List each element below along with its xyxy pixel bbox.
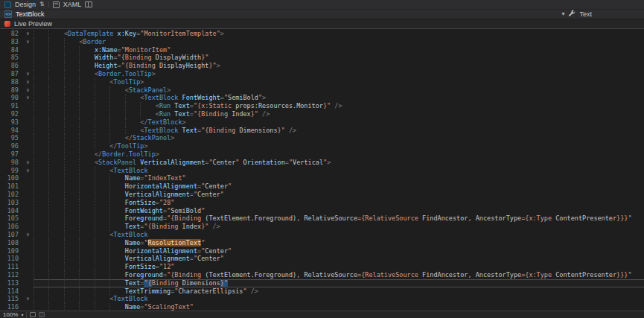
status-separator bbox=[26, 312, 27, 318]
code-line-91[interactable]: 91<Run Text="{x:Static props:Resources.M… bbox=[0, 102, 644, 110]
code-line-94[interactable]: 94<TextBlock Text="{Binding Dimensions}"… bbox=[0, 127, 644, 135]
fold-chevron-icon[interactable]: ∨ bbox=[22, 94, 34, 102]
code-line-111[interactable]: 111FontSize="12" bbox=[0, 263, 644, 271]
line-number[interactable]: 115 bbox=[0, 295, 22, 303]
status-icon-1[interactable] bbox=[30, 312, 36, 317]
line-number[interactable]: 89 bbox=[0, 86, 22, 95]
code-line-86[interactable]: 86Height="{Binding DisplayHeight}"> bbox=[0, 62, 644, 70]
fold-chevron-icon[interactable]: ∨ bbox=[22, 30, 34, 38]
code-line-116[interactable]: 116Name="ScalingText" bbox=[0, 303, 644, 311]
fold-chevron-icon[interactable]: ∨ bbox=[22, 231, 34, 239]
indent-guide bbox=[64, 127, 79, 135]
code-line-110[interactable]: 110VerticalAlignment="Center" bbox=[0, 255, 644, 263]
line-number[interactable]: 98 bbox=[0, 159, 22, 167]
code-line-103[interactable]: 103FontSize="28" bbox=[0, 199, 644, 207]
line-number[interactable]: 114 bbox=[0, 287, 22, 296]
xaml-tab-label[interactable]: XAML bbox=[63, 1, 82, 8]
indent-guide bbox=[140, 102, 155, 110]
line-number[interactable]: 82 bbox=[0, 30, 22, 38]
line-number[interactable]: 104 bbox=[0, 207, 22, 215]
code-line-content: <Run Text="{Binding Index}" /> bbox=[34, 110, 644, 118]
code-line-84[interactable]: 84x:Name="MonitorItem" bbox=[0, 46, 644, 54]
line-number[interactable]: 93 bbox=[0, 118, 22, 127]
split-pane-icon[interactable] bbox=[85, 1, 92, 7]
line-number[interactable]: 90 bbox=[0, 94, 22, 102]
code-line-99[interactable]: 99∨<TextBlock bbox=[0, 167, 644, 175]
code-editor[interactable]: 82∨<DataTemplate x:Key="MonitorItemTempl… bbox=[0, 29, 644, 311]
line-number[interactable]: 112 bbox=[0, 271, 22, 279]
fold-chevron-icon[interactable]: ∨ bbox=[22, 70, 34, 78]
fold-chevron-icon[interactable]: ∨ bbox=[22, 38, 34, 46]
code-line-106[interactable]: 106Text="{Binding Index}" /> bbox=[0, 223, 644, 231]
fold-chevron-icon[interactable]: ∨ bbox=[22, 86, 34, 95]
line-number[interactable]: 96 bbox=[0, 142, 22, 150]
line-number[interactable]: 99 bbox=[0, 167, 22, 175]
code-line-112[interactable]: 112Foreground="{Binding (TextElement.For… bbox=[0, 271, 644, 279]
code-line-93[interactable]: 93</TextBlock> bbox=[0, 118, 644, 127]
line-number[interactable]: 107 bbox=[0, 231, 22, 239]
indent-guide bbox=[34, 38, 48, 46]
chevron-down-icon[interactable]: ▾ bbox=[561, 11, 564, 17]
indent-guide bbox=[64, 62, 79, 70]
code-line-98[interactable]: 98∨<StackPanel VerticalAlignment="Center… bbox=[0, 159, 644, 167]
code-line-89[interactable]: 89∨<StackPanel> bbox=[0, 86, 644, 95]
code-line-content: <Run Text="{x:Static props:Resources.Mon… bbox=[34, 102, 644, 110]
design-tab-label[interactable]: Design bbox=[15, 1, 36, 8]
code-line-104[interactable]: 104FontWeight="SemiBold" bbox=[0, 207, 644, 215]
swap-panes-icon[interactable]: ⇅ bbox=[39, 1, 45, 7]
code-line-87[interactable]: 87∨<Border.ToolTip> bbox=[0, 70, 644, 78]
code-line-102[interactable]: 102VerticalAlignment="Center" bbox=[0, 191, 644, 199]
line-number[interactable]: 100 bbox=[0, 174, 22, 182]
line-number[interactable]: 110 bbox=[0, 255, 22, 263]
line-number[interactable]: 101 bbox=[0, 182, 22, 191]
code-line-101[interactable]: 101HorizontalAlignment="Center" bbox=[0, 182, 644, 191]
line-number[interactable]: 105 bbox=[0, 214, 22, 223]
code-line-115[interactable]: 115∨<TextBlock bbox=[0, 295, 644, 303]
code-line-95[interactable]: 95</StackPanel> bbox=[0, 134, 644, 142]
line-number[interactable]: 108 bbox=[0, 239, 22, 247]
live-preview-tab[interactable]: Live Preview bbox=[14, 20, 52, 28]
code-line-105[interactable]: 105Foreground="{Binding (TextElement.For… bbox=[0, 214, 644, 223]
code-line-108[interactable]: 108Name="ResolutionText" bbox=[0, 239, 644, 247]
line-number[interactable]: 83 bbox=[0, 38, 22, 46]
line-number[interactable]: 109 bbox=[0, 247, 22, 255]
line-number[interactable]: 92 bbox=[0, 110, 22, 118]
code-line-90[interactable]: 90∨<TextBlock FontWeight="SemiBold"> bbox=[0, 94, 644, 102]
fold-chevron-icon[interactable]: ∨ bbox=[22, 78, 34, 86]
code-line-114[interactable]: 114TextTrimming="CharacterEllipsis" /> bbox=[0, 287, 644, 296]
code-line-97[interactable]: 97</Border.ToolTip> bbox=[0, 150, 644, 159]
line-number[interactable]: 85 bbox=[0, 54, 22, 62]
fold-chevron-icon[interactable]: ∨ bbox=[22, 295, 34, 303]
code-line-107[interactable]: 107∨<TextBlock bbox=[0, 231, 644, 239]
line-number[interactable]: 94 bbox=[0, 127, 22, 135]
breadcrumb-element[interactable]: TextBlock bbox=[16, 10, 45, 18]
status-icon-2[interactable] bbox=[39, 312, 45, 317]
line-number[interactable]: 97 bbox=[0, 150, 22, 159]
line-number[interactable]: 103 bbox=[0, 199, 22, 207]
code-line-92[interactable]: 92<Run Text="{Binding Index}" /> bbox=[0, 110, 644, 118]
code-line-82[interactable]: 82∨<DataTemplate x:Key="MonitorItemTempl… bbox=[0, 30, 644, 38]
line-number[interactable]: 106 bbox=[0, 223, 22, 231]
line-number[interactable]: 86 bbox=[0, 62, 22, 70]
code-line-113[interactable]: 113Text="{Binding Dimensions}" bbox=[0, 279, 644, 287]
line-number[interactable]: 88 bbox=[0, 78, 22, 86]
line-number[interactable]: 95 bbox=[0, 134, 22, 142]
zoom-dropdown-icon[interactable]: ▾ bbox=[21, 313, 23, 317]
code-line-85[interactable]: 85Width="{Binding DisplayWidth}" bbox=[0, 54, 644, 62]
line-number[interactable]: 87 bbox=[0, 70, 22, 78]
code-line-88[interactable]: 88∨<ToolTip> bbox=[0, 78, 644, 86]
fold-chevron-icon[interactable]: ∨ bbox=[22, 167, 34, 175]
code-line-96[interactable]: 96</ToolTip> bbox=[0, 142, 644, 150]
code-line-100[interactable]: 100Name="IndexText" bbox=[0, 174, 644, 182]
line-number[interactable]: 102 bbox=[0, 191, 22, 199]
code-line-109[interactable]: 109HorizontalAlignment="Center" bbox=[0, 247, 644, 255]
line-number[interactable]: 113 bbox=[0, 279, 22, 287]
code-line-83[interactable]: 83∨<Border bbox=[0, 38, 644, 46]
zoom-level[interactable]: 100% bbox=[3, 311, 18, 318]
line-number[interactable]: 91 bbox=[0, 102, 22, 110]
line-number[interactable]: 116 bbox=[0, 303, 22, 311]
breadcrumb-property[interactable]: Text bbox=[579, 10, 592, 18]
fold-chevron-icon[interactable]: ∨ bbox=[22, 159, 34, 167]
line-number[interactable]: 84 bbox=[0, 46, 22, 54]
line-number[interactable]: 111 bbox=[0, 263, 22, 271]
